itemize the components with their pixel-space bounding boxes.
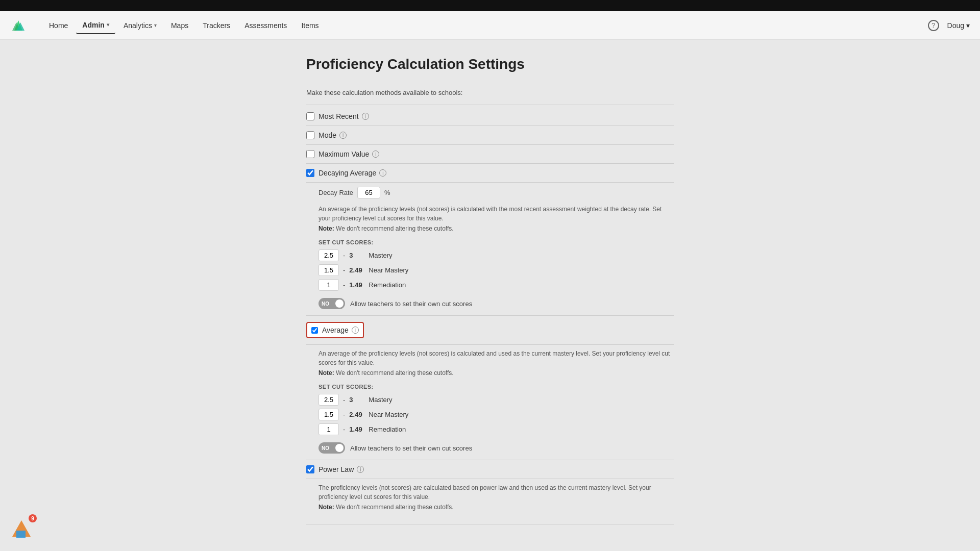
cut-score-remediation-row: - 1.49 Remediation xyxy=(318,279,674,291)
avg-cut-score-remediation-row: - 1.49 Remediation xyxy=(318,423,674,435)
logo[interactable] xyxy=(10,17,31,34)
average-description: An average of the proficiency levels (no… xyxy=(318,349,674,367)
nav-item-items[interactable]: Items xyxy=(295,17,325,34)
bottom-widget[interactable]: 9 xyxy=(8,516,35,543)
average-highlighted-row: Average i xyxy=(306,322,364,338)
chevron-down-icon: ▾ xyxy=(966,21,970,30)
maximum-value-row: Maximum Value i xyxy=(306,145,674,164)
decaying-average-section: Decay Rate % An average of the proficien… xyxy=(306,183,674,316)
decay-rate-label: Decay Rate xyxy=(318,189,353,196)
cut-score-near-mastery-row: - 2.49 Near Mastery xyxy=(318,264,674,276)
page-title: Proficiency Calculation Settings xyxy=(306,56,674,72)
divider xyxy=(306,105,674,105)
nav-item-admin[interactable]: Admin ▾ xyxy=(76,17,115,34)
avg-cut-score-from-remediation[interactable] xyxy=(318,423,339,435)
most-recent-checkbox[interactable] xyxy=(306,112,314,120)
info-icon: i xyxy=(362,113,369,120)
nav-item-maps[interactable]: Maps xyxy=(165,17,194,34)
widget-icon: 9 xyxy=(8,516,35,543)
help-icon[interactable]: ? xyxy=(928,20,939,31)
cut-score-from-mastery[interactable] xyxy=(318,249,339,261)
avg-cut-score-mastery-row: - 3 Mastery xyxy=(318,394,674,406)
maximum-value-label[interactable]: Maximum Value i xyxy=(318,150,379,158)
decaying-average-description: An average of the proficiency levels (no… xyxy=(318,205,674,223)
decaying-average-label[interactable]: Decaying Average i xyxy=(318,169,386,177)
user-menu[interactable]: Doug ▾ xyxy=(947,21,970,30)
nav-item-analytics[interactable]: Analytics ▾ xyxy=(117,17,163,34)
cut-score-from-remediation[interactable] xyxy=(318,279,339,291)
decay-pct: % xyxy=(384,189,390,196)
info-icon: i xyxy=(379,169,386,177)
avg-toggle-row: NO Allow teachers to set their own cut s… xyxy=(318,442,674,454)
toggle-knob xyxy=(335,299,344,308)
decaying-average-row: Decaying Average i xyxy=(306,164,674,183)
svg-marker-4 xyxy=(16,531,26,538)
average-cut-scores-label: SET CUT SCORES: xyxy=(318,384,674,390)
most-recent-label[interactable]: Most Recent i xyxy=(318,112,369,120)
power-law-label[interactable]: Power Law i xyxy=(318,465,364,473)
avg-cut-score-from-mastery[interactable] xyxy=(318,394,339,406)
avg-cut-score-from-near-mastery[interactable] xyxy=(318,409,339,420)
power-law-row: Power Law i xyxy=(306,460,674,479)
avg-cut-score-near-mastery-row: - 2.49 Near Mastery xyxy=(318,409,674,420)
decaying-average-cut-scores: SET CUT SCORES: - 3 Mastery - 2.49 Near … xyxy=(318,239,674,291)
power-law-description: The proficiency levels (not scores) are … xyxy=(318,483,674,502)
average-checkbox[interactable] xyxy=(311,327,318,334)
toggle-knob xyxy=(335,444,344,452)
average-note: Note: We don't recommend altering these … xyxy=(318,369,674,377)
cut-scores-label: SET CUT SCORES: xyxy=(318,239,674,245)
average-section: An average of the proficiency levels (no… xyxy=(306,345,674,460)
avg-teacher-toggle[interactable]: NO xyxy=(318,442,345,454)
nav-item-assessments[interactable]: Assessments xyxy=(238,17,293,34)
decaying-avg-toggle-row: NO Allow teachers to set their own cut s… xyxy=(318,298,674,309)
average-setting-row: Average i xyxy=(306,316,674,345)
decaying-average-checkbox[interactable] xyxy=(306,169,314,177)
power-law-section: The proficiency levels (not scores) are … xyxy=(306,479,674,524)
info-icon: i xyxy=(372,151,379,158)
mode-checkbox[interactable] xyxy=(306,131,314,139)
nav-links: Home Admin ▾ Analytics ▾ Maps Trackers A… xyxy=(43,17,928,34)
info-icon: i xyxy=(357,466,364,473)
nav-item-trackers[interactable]: Trackers xyxy=(197,17,236,34)
nav-item-home[interactable]: Home xyxy=(43,17,74,34)
info-icon: i xyxy=(352,327,359,334)
cut-score-mastery-row: - 3 Mastery xyxy=(318,249,674,261)
cut-score-from-near-mastery[interactable] xyxy=(318,264,339,276)
chevron-down-icon: ▾ xyxy=(107,22,109,28)
decay-rate-input[interactable] xyxy=(357,187,380,198)
section-label: Make these calculation methods available… xyxy=(306,89,674,96)
main-content: Proficiency Calculation Settings Make th… xyxy=(0,40,980,551)
info-icon: i xyxy=(339,132,347,139)
mode-label[interactable]: Mode i xyxy=(318,131,347,139)
chevron-down-icon: ▾ xyxy=(154,22,157,28)
decay-rate-row: Decay Rate % xyxy=(318,187,674,198)
top-bar xyxy=(0,0,980,11)
widget-badge: 9 xyxy=(29,514,37,522)
mode-row: Mode i xyxy=(306,126,674,145)
navbar: Home Admin ▾ Analytics ▾ Maps Trackers A… xyxy=(0,11,980,40)
decaying-avg-teacher-toggle[interactable]: NO xyxy=(318,298,345,309)
power-law-note: Note: We don't recommend altering these … xyxy=(318,504,674,511)
decaying-average-note: Note: We don't recommend altering these … xyxy=(318,225,674,232)
average-label[interactable]: Average i xyxy=(322,326,359,334)
content-wrapper: Proficiency Calculation Settings Make th… xyxy=(296,56,684,524)
average-cut-scores: SET CUT SCORES: - 3 Mastery - 2.49 Near … xyxy=(318,384,674,435)
maximum-value-checkbox[interactable] xyxy=(306,150,314,158)
nav-right: ? Doug ▾ xyxy=(928,20,970,31)
most-recent-row: Most Recent i xyxy=(306,107,674,126)
power-law-checkbox[interactable] xyxy=(306,465,314,473)
